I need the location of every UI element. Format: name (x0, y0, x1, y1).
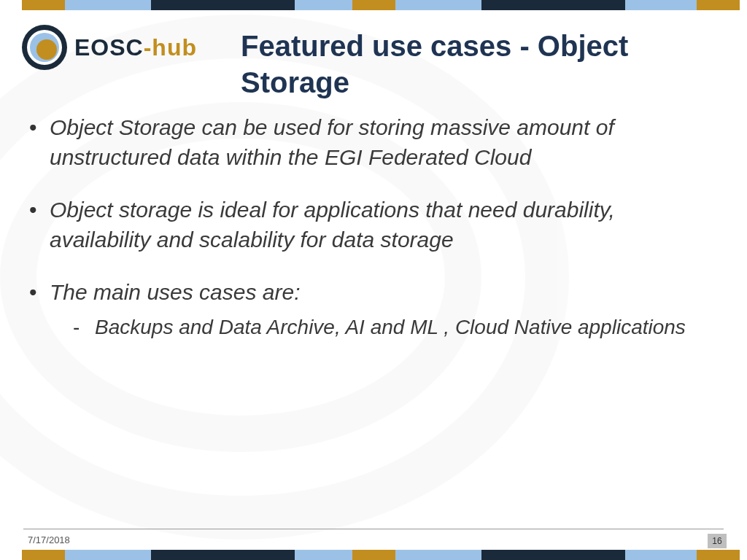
bullet-text: Object storage is ideal for applications… (50, 198, 615, 252)
bullet-text: Object Storage can be used for storing m… (50, 115, 614, 169)
bar-segment (697, 550, 740, 560)
bar-segment (65, 0, 151, 10)
bar-segment (295, 0, 352, 10)
bar-segment (22, 550, 65, 560)
bar-segment (395, 550, 481, 560)
bar-segment (352, 550, 395, 560)
slide: EOSC-hub Featured use cases - Object Sto… (0, 0, 747, 560)
logo: EOSC-hub (22, 25, 197, 70)
bar-segment (22, 0, 65, 10)
footer-date: 7/17/2018 (28, 534, 70, 545)
bar-segment (625, 550, 697, 560)
bar-segment (697, 0, 740, 10)
bar-segment (151, 550, 295, 560)
page-number: 16 (708, 534, 727, 548)
bar-segment (151, 0, 295, 10)
sub-bullet-item: Backups and Data Archive, AI and ML , Cl… (95, 314, 711, 341)
bullet-text: The main uses cases are: (50, 280, 301, 304)
top-color-bar (22, 0, 740, 10)
logo-main: EOSC (74, 34, 144, 61)
bar-segment (395, 0, 481, 10)
bar-segment (625, 0, 697, 10)
bullet-item: Object Storage can be used for storing m… (50, 113, 711, 172)
logo-icon (22, 25, 67, 70)
bar-segment (481, 0, 625, 10)
bar-segment (65, 550, 151, 560)
logo-dash: - (144, 34, 152, 61)
slide-title: Featured use cases - Object Storage (241, 28, 718, 101)
bottom-color-bar (22, 550, 740, 560)
bar-segment (352, 0, 395, 10)
logo-sub: hub (152, 34, 197, 61)
bullet-item: The main uses cases are: Backups and Dat… (50, 278, 711, 341)
bar-segment (295, 550, 352, 560)
sub-bullet-text: Backups and Data Archive, AI and ML , Cl… (95, 316, 686, 338)
logo-text: EOSC-hub (74, 34, 197, 61)
slide-body: Object Storage can be used for storing m… (50, 113, 711, 364)
footer-divider (23, 529, 724, 529)
bullet-item: Object storage is ideal for applications… (50, 195, 711, 254)
bar-segment (481, 550, 625, 560)
